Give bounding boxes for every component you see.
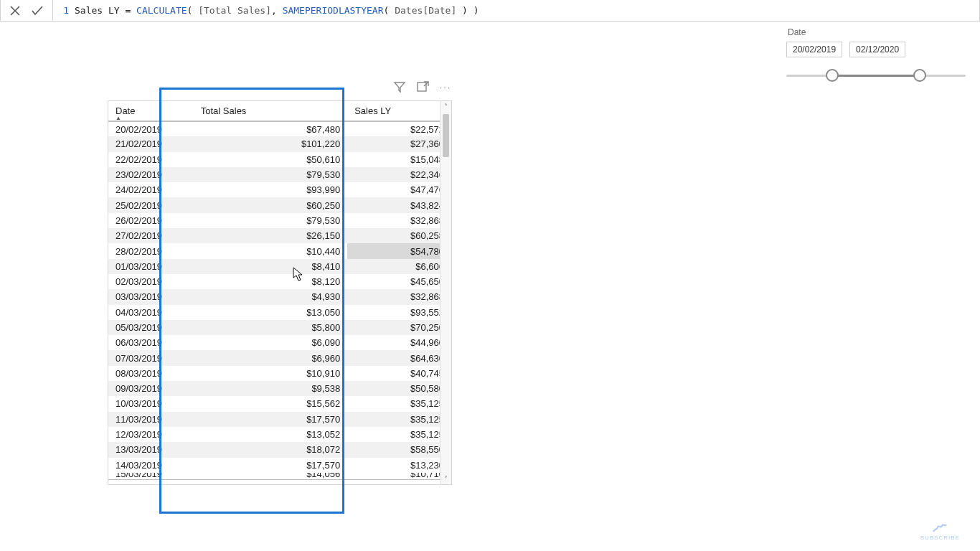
cell-date[interactable]: 22/02/2019: [108, 152, 194, 167]
cell-ly[interactable]: $35,125: [347, 412, 451, 427]
cell-ly[interactable]: $27,360: [347, 136, 451, 151]
table-row[interactable]: 12/03/2019$13,052$35,125: [108, 427, 451, 442]
cell-ly[interactable]: $93,552: [347, 305, 451, 320]
cell-date[interactable]: 06/03/2019: [108, 335, 194, 350]
cell-ly[interactable]: $22,346: [347, 167, 451, 182]
cell-sales[interactable]: $8,410: [194, 259, 347, 274]
cell-date[interactable]: 01/03/2019: [108, 259, 194, 274]
slicer-from-date[interactable]: 20/02/2019: [786, 42, 842, 57]
scroll-down-arrow[interactable]: ˅: [440, 475, 451, 483]
table-row[interactable]: 03/03/2019$4,930$32,868: [108, 289, 451, 304]
cell-sales[interactable]: $60,250: [194, 197, 347, 212]
cell-sales[interactable]: $93,990: [194, 182, 347, 197]
table-row[interactable]: 07/03/2019$6,960$64,630: [108, 350, 451, 365]
col-header-date[interactable]: Date ▲: [108, 101, 194, 121]
table-row[interactable]: 14/03/2019$17,570$13,230: [108, 458, 451, 473]
cell-date[interactable]: 20/02/2019: [108, 121, 194, 136]
cell-ly[interactable]: $70,250: [347, 320, 451, 335]
slicer-slider[interactable]: [786, 69, 966, 82]
cell-date[interactable]: 10/03/2019: [108, 396, 194, 411]
cell-ly[interactable]: $58,550: [347, 442, 451, 457]
cell-date[interactable]: 24/02/2019: [108, 182, 194, 197]
focus-mode-icon[interactable]: [416, 80, 429, 93]
cell-sales[interactable]: $101,220: [194, 136, 347, 151]
table-row[interactable]: 21/02/2019$101,220$27,360: [108, 136, 451, 151]
cell-sales[interactable]: $18,072: [194, 442, 347, 457]
table-row[interactable]: 27/02/2019$26,150$60,258: [108, 228, 451, 243]
cell-date[interactable]: 02/03/2019: [108, 274, 194, 289]
cell-date[interactable]: 12/03/2019: [108, 427, 194, 442]
col-header-total-sales[interactable]: Total Sales: [194, 101, 347, 121]
cell-sales[interactable]: $50,610: [194, 152, 347, 167]
scroll-up-arrow[interactable]: ˄: [440, 103, 451, 110]
cell-ly[interactable]: $45,650: [347, 274, 451, 289]
cell-ly[interactable]: $43,824: [347, 197, 451, 212]
cell-date[interactable]: 08/03/2019: [108, 366, 194, 381]
cell-ly[interactable]: $50,580: [347, 381, 451, 396]
cell-date[interactable]: 28/02/2019: [108, 243, 194, 258]
table-row[interactable]: 28/02/2019$10,440$54,780: [108, 243, 451, 258]
cell-date[interactable]: 27/02/2019: [108, 228, 194, 243]
table-row[interactable]: 24/02/2019$93,990$47,476: [108, 182, 451, 197]
cell-ly[interactable]: $35,125: [347, 427, 451, 442]
cell-date[interactable]: 26/02/2019: [108, 213, 194, 228]
cell-sales[interactable]: $79,530: [194, 167, 347, 182]
cell-sales[interactable]: $17,570: [194, 458, 347, 473]
cell-ly[interactable]: $22,572: [347, 121, 451, 136]
cell-sales[interactable]: $4,930: [194, 289, 347, 304]
cell-sales[interactable]: $17,570: [194, 412, 347, 427]
cell-sales[interactable]: $26,150: [194, 228, 347, 243]
cell-sales[interactable]: $6,960: [194, 350, 347, 365]
filter-icon[interactable]: [393, 80, 406, 93]
cell-date[interactable]: 09/03/2019: [108, 381, 194, 396]
cell-date[interactable]: 11/03/2019: [108, 412, 194, 427]
table-row[interactable]: 11/03/2019$17,570$35,125: [108, 412, 451, 427]
scrollbar-thumb[interactable]: [443, 114, 449, 157]
cell-ly[interactable]: $60,258: [347, 228, 451, 243]
cell-ly[interactable]: $47,476: [347, 182, 451, 197]
table-row[interactable]: 06/03/2019$6,090$44,960: [108, 335, 451, 350]
table-row[interactable]: 25/02/2019$60,250$43,824: [108, 197, 451, 212]
cell-date[interactable]: 05/03/2019: [108, 320, 194, 335]
table-scroll-area[interactable]: Date ▲ Total Sales Sales LY 20/02/2019$6…: [108, 101, 451, 484]
cell-ly[interactable]: $15,048: [347, 152, 451, 167]
vertical-scrollbar[interactable]: ˄ ˅: [440, 101, 451, 484]
table-row[interactable]: 26/02/2019$79,530$32,868: [108, 213, 451, 228]
cell-date[interactable]: 13/03/2019: [108, 442, 194, 457]
formula-input[interactable]: 1 Sales LY = CALCULATE( [Total Sales], S…: [53, 0, 979, 21]
cell-sales[interactable]: $10,910: [194, 366, 347, 381]
table-visual[interactable]: Date ▲ Total Sales Sales LY 20/02/2019$6…: [108, 100, 452, 485]
commit-icon[interactable]: [31, 5, 44, 17]
cell-date[interactable]: 14/03/2019: [108, 458, 194, 473]
table-row[interactable]: 10/03/2019$15,562$35,125: [108, 396, 451, 411]
cell-date[interactable]: 03/03/2019: [108, 289, 194, 304]
table-row[interactable]: 08/03/2019$10,910$40,745: [108, 366, 451, 381]
table-row[interactable]: 22/02/2019$50,610$15,048: [108, 152, 451, 167]
slicer-to-date[interactable]: 02/12/2020: [849, 42, 905, 57]
slider-handle-right[interactable]: [913, 69, 926, 82]
cell-sales[interactable]: $8,120: [194, 274, 347, 289]
table-row[interactable]: 02/03/2019$8,120$45,650: [108, 274, 451, 289]
table-row[interactable]: 20/02/2019$67,480$22,572: [108, 121, 451, 136]
cell-sales[interactable]: $79,530: [194, 213, 347, 228]
cell-sales[interactable]: $10,440: [194, 243, 347, 258]
cell-ly[interactable]: $35,125: [347, 396, 451, 411]
cell-ly[interactable]: $32,868: [347, 289, 451, 304]
table-row[interactable]: 04/03/2019$13,050$93,552: [108, 305, 451, 320]
cell-sales[interactable]: $67,480: [194, 121, 347, 136]
cell-date[interactable]: 07/03/2019: [108, 350, 194, 365]
table-row[interactable]: 05/03/2019$5,800$70,250: [108, 320, 451, 335]
date-slicer[interactable]: Date 20/02/2019 02/12/2020: [786, 27, 966, 82]
cell-date[interactable]: 25/02/2019: [108, 197, 194, 212]
cell-date[interactable]: 21/02/2019: [108, 136, 194, 151]
cell-sales[interactable]: $15,562: [194, 396, 347, 411]
col-header-sales-ly[interactable]: Sales LY: [347, 101, 451, 121]
cell-date[interactable]: 04/03/2019: [108, 305, 194, 320]
cell-date[interactable]: 23/02/2019: [108, 167, 194, 182]
cell-sales[interactable]: $9,538: [194, 381, 347, 396]
cell-ly[interactable]: $13,230: [347, 458, 451, 473]
cancel-icon[interactable]: [9, 5, 21, 17]
cell-ly[interactable]: $54,780: [347, 243, 451, 258]
more-options-icon[interactable]: ···: [439, 80, 452, 93]
slider-handle-left[interactable]: [826, 69, 839, 82]
